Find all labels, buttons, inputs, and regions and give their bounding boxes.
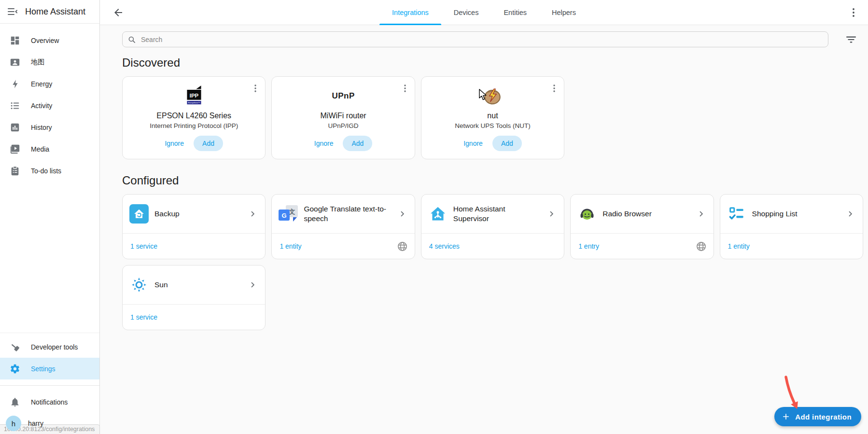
card-kebab-icon[interactable] [548, 83, 560, 94]
integration-description: UPnP/IGD [323, 122, 364, 129]
tab-entities[interactable]: Entities [491, 0, 539, 25]
integration-card-header[interactable]: Radio Browser [571, 195, 713, 233]
sidebar-item-overview[interactable]: Overview [0, 29, 99, 51]
entries-link[interactable]: 1 entry [578, 242, 599, 250]
integration-card-header[interactable]: Sun [123, 266, 265, 304]
integration-card-footer: 1 service [123, 305, 265, 330]
ignore-button[interactable]: Ignore [463, 140, 483, 147]
search-row [122, 31, 863, 47]
ipp-logo: IPPEverywhere™ [183, 83, 205, 110]
chevron-right-icon [546, 209, 557, 219]
configured-section-title: Configured [122, 174, 863, 187]
sidebar-item-activity[interactable]: Activity [0, 95, 99, 116]
sidebar-item-media[interactable]: Media [0, 138, 99, 160]
bell-icon [10, 397, 20, 407]
integration-name: Backup [154, 209, 243, 219]
main-area: Integrations Devices Entities Helpers Di… [100, 0, 868, 434]
back-arrow-icon[interactable] [112, 7, 124, 18]
sidebar-item-map[interactable]: 地图 [0, 51, 99, 73]
integration-description: Network UPS Tools (NUT) [450, 122, 535, 129]
user-name: harry [28, 420, 43, 427]
sidebar-item-history[interactable]: History [0, 116, 99, 138]
overflow-menu-icon[interactable] [848, 7, 859, 18]
integration-card-header[interactable]: Shopping List [720, 195, 863, 233]
svg-text:G: G [282, 212, 287, 219]
shopping-list-logo [727, 204, 746, 224]
integration-card-header[interactable]: 文G Google Translate text-to-speech [272, 195, 414, 233]
gear-icon [10, 364, 20, 374]
upnp-logo: UPnP [332, 83, 354, 110]
sidebar-toggle-icon[interactable] [7, 6, 18, 17]
plus-icon [781, 412, 791, 421]
integration-name: Radio Browser [602, 209, 691, 219]
bar-chart-icon [10, 122, 20, 133]
radio-browser-logo [577, 204, 597, 224]
sidebar-item-developer-tools[interactable]: Developer tools [0, 336, 99, 358]
discovered-card-upnp: UPnP MiWiFi router UPnP/IGD Ignore Add [271, 76, 415, 159]
app-window: Home Assistant Overview 地图 Energy Activi… [0, 0, 868, 434]
sidebar-item-label: Notifications [31, 398, 68, 406]
backup-logo [129, 204, 149, 224]
tab-helpers[interactable]: Helpers [539, 0, 588, 25]
sidebar-item-notifications[interactable]: Notifications [0, 392, 99, 413]
discovered-section-title: Discovered [122, 56, 863, 70]
add-integration-button[interactable]: Add integration [774, 407, 861, 426]
filter-icon[interactable] [845, 33, 857, 46]
card-actions: Ignore Add [463, 136, 522, 151]
media-play-icon [10, 144, 20, 154]
svg-text:Everywhere™: Everywhere™ [188, 101, 200, 104]
discovered-grid: IPPEverywhere™ EPSON L4260 Series Intern… [122, 76, 863, 159]
tab-integrations[interactable]: Integrations [379, 0, 441, 25]
integration-name: Home Assistant Supervisor [453, 204, 542, 224]
integration-card-header[interactable]: Backup [123, 195, 265, 233]
tab-devices[interactable]: Devices [441, 0, 491, 25]
add-button[interactable]: Add [492, 136, 522, 151]
add-integration-label: Add integration [795, 413, 852, 421]
sidebar-item-label: Developer tools [31, 343, 78, 351]
integration-name: Shopping List [752, 209, 840, 219]
search-input[interactable] [141, 36, 823, 43]
integration-card-footer: 1 entry [571, 234, 713, 259]
ignore-button[interactable]: Ignore [165, 140, 184, 147]
sidebar-item-label: History [31, 124, 52, 131]
integration-name: Sun [154, 280, 243, 290]
discovered-card-ipp: IPPEverywhere™ EPSON L4260 Series Intern… [122, 76, 266, 159]
integration-name: MiWiFi router [321, 112, 366, 120]
integration-name: nut [487, 112, 498, 120]
integration-card-header[interactable]: Home Assistant Supervisor [421, 195, 564, 233]
card-kebab-icon[interactable] [250, 83, 261, 94]
search-field[interactable] [122, 31, 828, 47]
sidebar-item-settings[interactable]: Settings [0, 358, 99, 379]
entities-link[interactable]: 1 service [130, 242, 157, 250]
ignore-button[interactable]: Ignore [314, 140, 334, 147]
integration-card-ha-supervisor: Home Assistant Supervisor 4 services [421, 194, 564, 259]
sidebar-item-energy[interactable]: Energy [0, 73, 99, 95]
sidebar-header: Home Assistant [0, 0, 99, 24]
entities-link[interactable]: 1 entity [728, 242, 750, 250]
google-translate-logo: 文G [279, 204, 298, 224]
content: Discovered IPPEverywhere™ EPSON L4260 Se… [100, 25, 868, 434]
card-actions: Ignore Add [165, 136, 223, 151]
integration-description: Internet Printing Protocol (IPP) [145, 122, 243, 129]
sidebar-item-todo-lists[interactable]: To-do lists [0, 160, 99, 182]
entities-link[interactable]: 1 entity [280, 242, 301, 250]
hammer-icon [10, 342, 20, 352]
svg-text:IPP: IPP [189, 93, 198, 98]
app-title: Home Assistant [25, 7, 85, 17]
add-button[interactable]: Add [194, 136, 223, 151]
chevron-right-icon [248, 209, 258, 219]
chevron-right-icon [845, 209, 856, 219]
nut-logo [482, 83, 503, 110]
integration-card-footer: 1 service [123, 234, 265, 259]
clipboard-list-icon [10, 166, 20, 176]
card-actions: Ignore Add [314, 136, 373, 151]
configured-grid: Backup 1 service 文G Google Translate tex [122, 194, 863, 330]
card-kebab-icon[interactable] [399, 83, 411, 94]
user-profile[interactable]: h harry [0, 413, 99, 434]
sidebar-item-label: Activity [31, 102, 52, 110]
chevron-right-icon [696, 209, 707, 219]
add-button[interactable]: Add [343, 136, 372, 151]
globe-icon [696, 241, 707, 252]
services-link[interactable]: 1 service [130, 313, 157, 321]
services-link[interactable]: 4 services [429, 242, 460, 250]
